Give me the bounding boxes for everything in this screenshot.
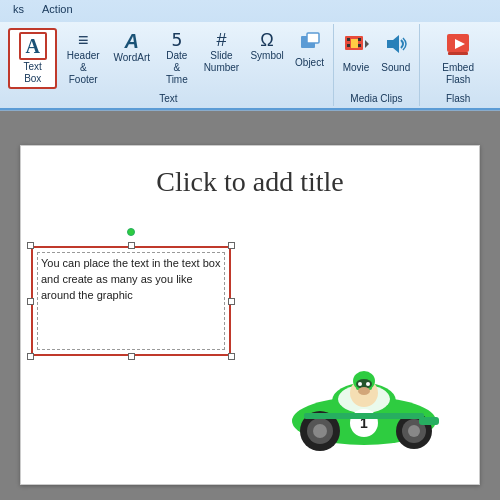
svg-rect-4 — [347, 38, 350, 41]
header-footer-button[interactable]: ≡ Header& Footer — [59, 28, 106, 89]
date-time-icon: 5 — [171, 31, 182, 49]
slide-title[interactable]: Click to add title — [21, 166, 479, 198]
svg-point-26 — [408, 425, 420, 437]
handle-bl[interactable] — [27, 353, 34, 360]
svg-point-23 — [358, 387, 370, 395]
text-group-items: A Text Box ≡ Header& Footer A WordArt 5 … — [8, 26, 329, 91]
handle-ml[interactable] — [27, 298, 34, 305]
object-label: Object — [295, 57, 324, 69]
movie-label: Movie — [343, 62, 370, 74]
sound-button[interactable]: Sound — [376, 28, 415, 77]
handle-tl[interactable] — [27, 242, 34, 249]
main-content: Click to add title You can place — [0, 111, 500, 500]
group-flash: Embed Flash Flash — [420, 24, 496, 106]
slide-number-label: SlideNumber — [204, 50, 240, 74]
svg-rect-33 — [419, 417, 439, 425]
header-footer-icon: ≡ — [78, 31, 89, 49]
text-group-label: Text — [159, 91, 177, 104]
svg-rect-1 — [307, 33, 319, 43]
svg-point-29 — [313, 424, 327, 438]
handle-bm[interactable] — [128, 353, 135, 360]
group-media-clips: Movie Sound Media Clips — [334, 24, 421, 106]
media-items: Movie Sound — [338, 26, 416, 91]
svg-point-22 — [366, 382, 370, 386]
sound-icon — [383, 31, 409, 61]
ribbon: ks Action A Text Box ≡ Header& Footer A — [0, 0, 500, 111]
svg-marker-9 — [387, 35, 399, 53]
date-time-button[interactable]: 5 Date& Time — [157, 28, 197, 89]
svg-rect-32 — [304, 413, 424, 419]
tab-action[interactable]: Action — [33, 0, 82, 22]
handle-tm[interactable] — [128, 242, 135, 249]
svg-rect-6 — [358, 38, 361, 41]
handle-tr[interactable] — [228, 242, 235, 249]
rotation-handle[interactable] — [127, 228, 135, 236]
textbox-container[interactable]: You can place the text in the text box a… — [31, 246, 231, 356]
media-clips-label: Media Clips — [350, 91, 402, 104]
header-footer-label: Header& Footer — [64, 50, 101, 86]
ribbon-tabs: ks Action — [0, 0, 500, 22]
textbox-label: Text Box — [14, 61, 51, 85]
svg-rect-7 — [358, 44, 361, 47]
svg-rect-8 — [351, 39, 358, 48]
slide-number-button[interactable]: # SlideNumber — [199, 28, 244, 77]
tab-ks[interactable]: ks — [4, 0, 33, 22]
movie-button[interactable]: Movie — [338, 28, 375, 77]
textbox-icon: A — [19, 32, 47, 60]
wordart-icon: A — [125, 31, 139, 51]
symbol-button[interactable]: Ω Symbol — [246, 28, 289, 65]
symbol-icon: Ω — [260, 31, 273, 49]
slide-number-icon: # — [216, 31, 226, 49]
embed-flash-icon — [445, 31, 471, 61]
movie-icon — [343, 31, 369, 61]
date-time-label: Date& Time — [162, 50, 192, 86]
group-text: A Text Box ≡ Header& Footer A WordArt 5 … — [4, 24, 334, 106]
object-icon — [299, 31, 321, 56]
textbox-button[interactable]: A Text Box — [8, 28, 57, 89]
svg-point-21 — [358, 382, 362, 386]
sound-label: Sound — [381, 62, 410, 74]
svg-rect-5 — [347, 44, 350, 47]
flash-label: Flash — [446, 91, 470, 104]
textbox-text: You can place the text in the text box a… — [41, 256, 221, 346]
handle-mr[interactable] — [228, 298, 235, 305]
slide-wrapper: Click to add title You can place — [0, 111, 500, 500]
wordart-label: WordArt — [114, 52, 151, 64]
flash-items: Embed Flash — [424, 26, 492, 91]
embed-flash-button[interactable]: Embed Flash — [424, 28, 492, 89]
object-button[interactable]: Object — [290, 28, 328, 72]
wordart-button[interactable]: A WordArt — [109, 28, 155, 67]
svg-rect-12 — [448, 52, 468, 55]
embed-flash-label: Embed Flash — [429, 62, 487, 86]
svg-marker-3 — [365, 40, 369, 48]
car-graphic: 1 — [274, 341, 449, 464]
slide[interactable]: Click to add title You can place — [20, 145, 480, 485]
handle-br[interactable] — [228, 353, 235, 360]
ribbon-bar: A Text Box ≡ Header& Footer A WordArt 5 … — [0, 22, 500, 110]
symbol-label: Symbol — [250, 50, 283, 62]
